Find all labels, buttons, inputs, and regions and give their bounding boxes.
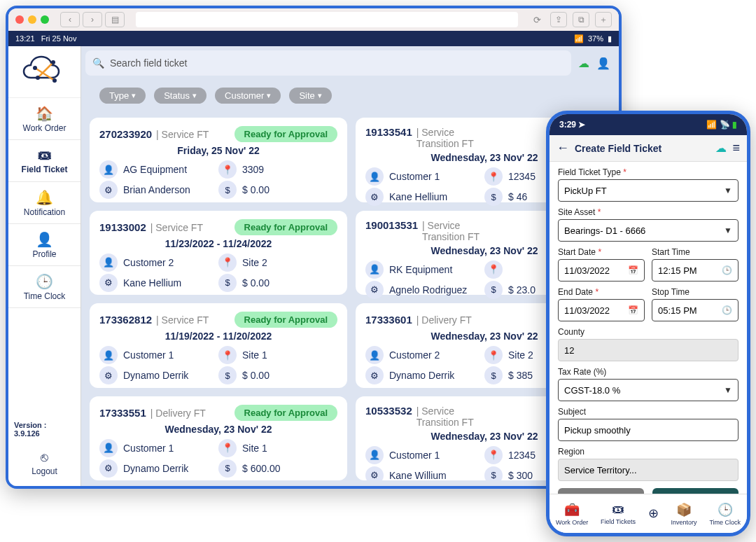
customer-name: Customer 1 <box>123 443 174 454</box>
phone-bottom-tabs: 🧰Work Order🎟Field Tickets⊕📦Inventory🕒Tim… <box>550 494 747 533</box>
calendar-icon: 📅 <box>628 265 638 275</box>
ticket-type: | Delivery FT <box>150 408 206 419</box>
user-icon: 👤 <box>99 346 118 364</box>
status-badge: Ready for Approval <box>234 405 337 421</box>
minimize-window-icon[interactable] <box>28 15 36 24</box>
sidebar-item-work-order[interactable]: 🏠Work Order <box>8 98 80 140</box>
user-menu-icon[interactable]: 👤 <box>596 57 610 70</box>
battery-icon: ▮ <box>608 34 612 43</box>
phone-tab[interactable]: 🧰Work Order <box>556 502 588 526</box>
new-tab-icon[interactable]: ＋ <box>595 12 612 27</box>
home-icon: 🏠 <box>36 105 53 122</box>
pin-icon: 📍 <box>484 446 503 464</box>
field-ticket-type-select[interactable]: PickUp FT▼ <box>558 179 738 202</box>
url-bar[interactable] <box>136 12 518 27</box>
dollar-icon: $ <box>484 466 503 481</box>
wifi-icon: 📶 <box>574 34 584 43</box>
back-button[interactable]: ← <box>556 141 569 155</box>
ticket-id: 19133002 <box>99 221 146 233</box>
ticket-type: | Service FT <box>150 222 203 233</box>
version-label: Version : 3.9.126 <box>8 415 80 443</box>
clock-icon: 🕒 <box>722 265 732 275</box>
share-icon[interactable]: ⇪ <box>550 12 567 27</box>
svg-point-0 <box>36 76 40 80</box>
chevron-down-icon: ▾ <box>192 91 197 100</box>
gear-icon: ⚙ <box>365 281 384 299</box>
tabs-icon[interactable]: ⧉ <box>573 12 589 27</box>
end-date-input[interactable]: 11/03/2022📅 <box>558 299 645 321</box>
ticket-card[interactable]: 173362812 | Service FTReady for Approval… <box>90 303 347 388</box>
search-icon: 🔍 <box>92 57 104 69</box>
ticket-card[interactable]: 270233920 | Service FTReady for Approval… <box>90 118 347 202</box>
sidebar-item-notification[interactable]: 🔔Notification <box>8 182 80 224</box>
browser-window: ‹ › ▤ ⟳ ⇪ ⧉ ＋ 13:21 Fri 25 Nov 📶 37% ▮ 🔍… <box>6 6 622 489</box>
sidebar-item-label: Notification <box>24 207 65 217</box>
cloud-sync-icon[interactable]: ☁ <box>715 141 727 155</box>
field-label: Site Asset * <box>558 207 738 217</box>
status-badge: Ready for Approval <box>234 219 337 235</box>
tax-rate-select[interactable]: CGST-18.0 %▼ <box>558 379 738 401</box>
ticket-id: 17333601 <box>365 314 412 326</box>
sidebar-toggle-icon[interactable]: ▤ <box>105 12 125 27</box>
sidebar-item-field-ticket[interactable]: 🎟Field Ticket <box>8 140 80 182</box>
stop-time-input[interactable]: 05:15 PM🕒 <box>652 299 738 321</box>
cloud-status-icon[interactable]: ☁ <box>578 57 589 70</box>
ticket-card[interactable]: 19133002 | Service FTReady for Approval1… <box>90 211 347 296</box>
svg-point-2 <box>33 66 37 70</box>
phone-tab[interactable]: 🕒Time Clock <box>709 502 741 526</box>
county-input[interactable]: 12 <box>558 339 738 361</box>
ticket-id: 190013531 <box>365 219 418 231</box>
phone-tab[interactable]: 🎟Field Tickets <box>601 502 636 525</box>
search-input[interactable]: 🔍 Search field ticket <box>85 50 571 76</box>
filter-type[interactable]: Type▾ <box>99 88 146 104</box>
site-name: Site 2 <box>508 349 533 361</box>
region-input[interactable]: Service Territory... <box>558 459 738 481</box>
tab-icon: 🎟 <box>612 502 624 517</box>
forward-button[interactable]: › <box>83 12 102 27</box>
sidebar-item-profile[interactable]: 👤Profile <box>8 224 80 266</box>
tab-label: Field Tickets <box>601 518 636 525</box>
ticket-grid: 270233920 | Service FTReady for Approval… <box>90 118 613 480</box>
bell-icon: 🔔 <box>36 189 53 206</box>
phone-tab[interactable]: ⊕ <box>648 506 659 522</box>
ticket-card[interactable]: 17333551 | Delivery FTReady for Approval… <box>90 396 347 481</box>
gear-icon: ⚙ <box>365 366 384 384</box>
back-button[interactable]: ‹ <box>60 12 80 27</box>
start-date-input[interactable]: 11/03/2022📅 <box>558 259 645 282</box>
chevron-down-icon: ▾ <box>318 91 322 100</box>
location-icon: ➤ <box>578 120 585 130</box>
tab-icon: ⊕ <box>648 506 659 521</box>
clock-icon: 🕒 <box>36 273 53 290</box>
phone-tab[interactable]: 📦Inventory <box>671 502 697 526</box>
start-time-input[interactable]: 12:15 PM🕒 <box>652 259 738 282</box>
ticket-id: 173362812 <box>99 314 152 326</box>
reload-icon[interactable]: ⟳ <box>529 12 545 27</box>
filter-site[interactable]: Site▾ <box>289 88 331 104</box>
maximize-window-icon[interactable] <box>41 15 49 24</box>
phone-time: 3:29 <box>559 120 576 130</box>
user-icon: 👤 <box>36 231 53 248</box>
battery-pct: 37% <box>588 34 603 43</box>
logout-button[interactable]: ⎋ Logout <box>8 443 80 486</box>
filter-status[interactable]: Status▾ <box>154 88 206 104</box>
ticket-date: Wednesday, 23 Nov' 22 <box>99 424 337 435</box>
device-status-bar: 13:21 Fri 25 Nov 📶 37% ▮ <box>8 31 619 46</box>
filter-customer[interactable]: Customer▾ <box>215 88 281 104</box>
sidebar-item-time-clock[interactable]: 🕒Time Clock <box>8 266 80 308</box>
menu-icon[interactable]: ≡ <box>732 141 740 155</box>
ticket-amount: $ 0.00 <box>242 370 270 381</box>
field-label: Tax Rate (%) <box>558 367 738 377</box>
assignee-name: Agnelo Rodriguez <box>389 284 467 296</box>
site-name: 12345 <box>508 171 536 182</box>
user-icon: 👤 <box>365 167 384 186</box>
chevron-down-icon: ▾ <box>267 91 271 100</box>
tab-label: Inventory <box>671 519 697 526</box>
site-name: Site 1 <box>242 443 267 454</box>
svg-point-1 <box>51 60 55 64</box>
close-window-icon[interactable] <box>15 15 24 24</box>
user-icon: 👤 <box>365 446 384 464</box>
ticket-amount: $ 23.0 <box>508 284 536 296</box>
ticket-amount: $ 46 <box>508 191 527 202</box>
subject-input[interactable]: Pickup smoothly <box>558 419 738 441</box>
site-asset-select[interactable]: Bearings- D1 - 6666▼ <box>558 219 738 242</box>
